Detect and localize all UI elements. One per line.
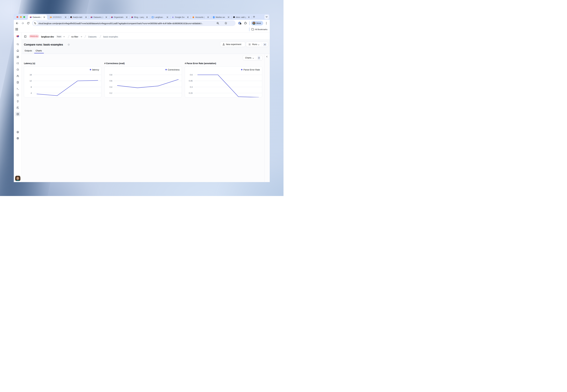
svg-text:4: 4 — [31, 92, 32, 94]
svg-text:12: 12 — [30, 80, 32, 82]
svg-text:0.2: 0.2 — [110, 92, 112, 94]
svg-text:0.15: 0.15 — [189, 92, 193, 94]
svg-text:8: 8 — [31, 86, 32, 88]
svg-text:6: 6 — [152, 17, 153, 18]
svg-text:0.6: 0.6 — [190, 74, 193, 76]
svg-text:0.3: 0.3 — [190, 86, 193, 88]
svg-text:0.8: 0.8 — [110, 74, 112, 76]
svg-text:0.4: 0.4 — [110, 86, 112, 88]
svg-text:0.6: 0.6 — [110, 80, 112, 82]
svg-text:Parse Error Rate: Parse Error Rate — [243, 68, 260, 71]
svg-text:16: 16 — [30, 74, 32, 76]
svg-text:latency: latency — [92, 68, 99, 71]
svg-text:0.45: 0.45 — [189, 80, 193, 82]
svg-text:Correctness: Correctness — [168, 68, 180, 71]
